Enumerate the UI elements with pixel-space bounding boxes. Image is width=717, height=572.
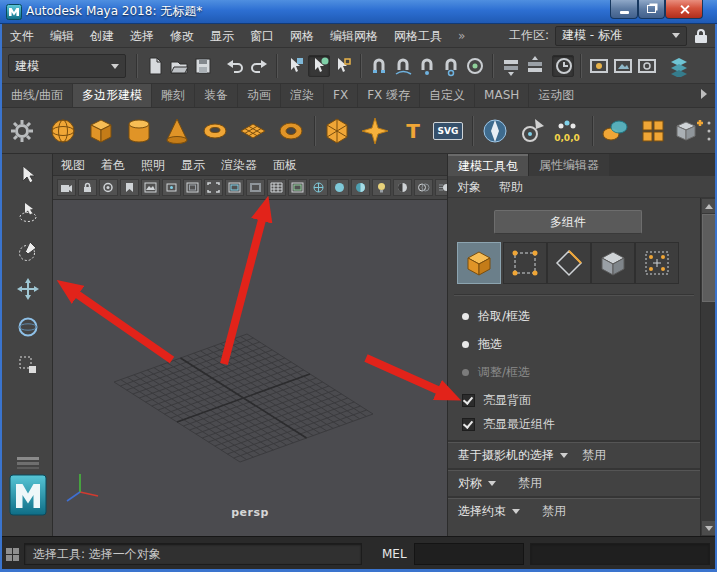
shelf-tab-fx[interactable]: FX [324,84,358,107]
field-chart-icon[interactable] [267,179,286,196]
super-shape-star-button[interactable] [358,114,392,148]
menu-edit-mesh[interactable]: 编辑网格 [322,24,386,48]
menu-set-dropdown[interactable]: 建模 [8,54,126,78]
save-scene-button[interactable] [192,55,214,77]
shelf-tab-custom[interactable]: 自定义 [420,84,475,107]
uv-mode-button[interactable] [635,242,679,284]
bookmark-icon[interactable] [120,179,139,196]
maximize-button[interactable] [638,0,665,19]
minimize-button[interactable] [610,0,638,19]
menu-create[interactable]: 创建 [82,24,122,48]
poly-sphere-button[interactable] [46,114,80,148]
viewport-menu-shading[interactable]: 着色 [93,154,133,176]
make-live-button[interactable] [464,55,486,77]
image-plane-icon[interactable] [141,179,160,196]
add-divisions-tool-button[interactable] [672,114,706,148]
mel-input[interactable] [414,543,524,565]
lasso-select-tool-button[interactable] [15,200,41,226]
section-symmetry[interactable]: 对称禁用 [448,470,700,496]
viewport-menu-lighting[interactable]: 照明 [133,154,173,176]
scroll-up-icon[interactable] [702,199,716,213]
camera-attributes-icon[interactable] [99,179,118,196]
menu-modify[interactable]: 修改 [162,24,202,48]
platonic-solid-button[interactable] [320,114,354,148]
select-by-hierarchy-button[interactable] [284,55,306,77]
checkbox-highlight-nearest-component[interactable]: 亮显最近组件 [462,414,555,434]
shadows-icon[interactable] [393,179,412,196]
menu-overflow-icon[interactable]: » [450,24,473,48]
section-camera-based-selection[interactable]: 基于摄影机的选择禁用 [448,442,700,468]
menu-file[interactable]: 文件 [2,24,42,48]
right-panel-scrollbar[interactable] [700,198,716,536]
scroll-down-icon[interactable] [702,521,716,535]
shelf-tab-animation[interactable]: 动画 [238,84,281,107]
shelf-tab-poly-modeling[interactable]: 多边形建模 [73,84,152,107]
tab-modeling-toolkit[interactable]: 建模工具包 [448,154,528,176]
shelf-tab-rendering[interactable]: 渲染 [281,84,324,107]
poly-disc-button[interactable] [274,114,308,148]
undo-button[interactable] [224,55,246,77]
section-selection-constraint[interactable]: 选择约束禁用 [448,498,700,524]
textured-shading-icon[interactable] [351,179,370,196]
use-all-lights-icon[interactable] [372,179,391,196]
snap-to-grid-button[interactable] [368,55,390,77]
shelf-scroll-right-icon[interactable] [699,88,709,103]
shelf-options-gear-icon[interactable] [8,114,36,148]
menu-mesh[interactable]: 网格 [282,24,322,48]
redo-button[interactable] [248,55,270,77]
menu-mesh-tools[interactable]: 网格工具 [386,24,450,48]
tab-attribute-editor[interactable]: 属性编辑器 [528,154,609,176]
open-render-view-button[interactable] [588,55,610,77]
poly-cylinder-button[interactable] [122,114,156,148]
menu-edit[interactable]: 编辑 [42,24,82,48]
type-tool-button[interactable]: T [396,114,430,148]
select-by-component-button[interactable] [332,55,354,77]
snap-to-curve-button[interactable] [392,55,414,77]
scale-tool-button[interactable] [15,352,41,378]
rotate-tool-button[interactable] [15,314,41,340]
mirror-tool-button[interactable] [598,114,632,148]
workspace-lock-icon[interactable] [695,29,707,43]
script-output-field[interactable] [530,543,710,565]
new-scene-button[interactable] [144,55,166,77]
poly-cone-button[interactable] [160,114,194,148]
gate-mask-icon[interactable] [246,179,265,196]
move-tool-button[interactable] [15,276,41,302]
viewport-3d-view[interactable]: persp [53,200,447,536]
rp-menu-help[interactable]: 帮助 [490,176,532,198]
radio-drag-select[interactable]: 拖选 [462,334,502,354]
poly-plane-button[interactable] [236,114,270,148]
open-scene-button[interactable] [168,55,190,77]
menu-select[interactable]: 选择 [122,24,162,48]
menu-windows[interactable]: 窗口 [242,24,282,48]
vertex-mode-button[interactable] [503,242,547,284]
rp-menu-object[interactable]: 对象 [448,176,490,198]
snap-to-origin-button[interactable]: 0,0,0 [550,114,584,148]
target-weld-tool-button[interactable] [516,114,550,148]
wireframe-shading-icon[interactable] [309,179,328,196]
shelf-tab-rigging[interactable]: 装备 [195,84,238,107]
shelf-tab-motion-graphics[interactable]: 运动图 [529,84,581,107]
poly-cube-button[interactable] [84,114,118,148]
shelf-tab-fx-caching[interactable]: FX 缓存 [358,84,420,107]
outputs-operations-button[interactable] [524,55,546,77]
paint-select-tool-button[interactable] [15,238,41,264]
scrollbar-thumb[interactable] [702,214,716,302]
safe-action-icon[interactable] [288,179,307,196]
lock-camera-icon[interactable] [78,179,97,196]
checkbox-highlight-backfaces[interactable]: 亮显背面 [462,390,531,410]
inputs-operations-button[interactable] [500,55,522,77]
viewport-menu-panels[interactable]: 面板 [265,154,305,176]
multi-cut-tool-button[interactable] [478,114,512,148]
close-button[interactable] [665,0,703,19]
two-d-pan-zoom-icon[interactable] [162,179,181,196]
display-layers-button[interactable] [668,55,690,77]
select-tool-button[interactable] [15,162,41,188]
select-camera-icon[interactable] [57,179,76,196]
menu-display[interactable]: 显示 [202,24,242,48]
shelf-overflow-icon[interactable] [704,114,714,148]
render-current-frame-button[interactable] [612,55,634,77]
select-by-object-button[interactable] [308,55,330,77]
shelf-tab-mash[interactable]: MASH [475,84,529,107]
construction-history-button[interactable] [552,55,574,77]
